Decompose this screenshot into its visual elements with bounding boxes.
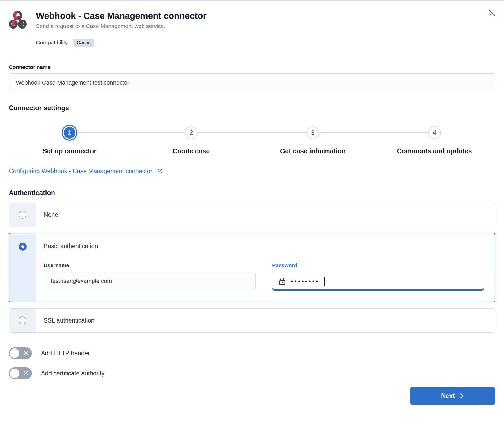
step-1-label: Set up connector [43, 147, 97, 155]
step-get-case-information[interactable]: 3 Get case information [252, 124, 374, 155]
toggle-knob [10, 369, 19, 378]
credentials-row: Username Password •••••••• [44, 263, 484, 291]
password-label: Password [272, 263, 484, 269]
webhook-icon [8, 9, 28, 31]
close-icon[interactable] [486, 7, 498, 19]
connector-name-label: Connector name [9, 64, 495, 70]
step-2-label: Create case [173, 147, 210, 155]
toggle-off-x-icon [23, 371, 29, 376]
password-masked-value: •••••••• [291, 278, 319, 284]
connector-name-input[interactable] [9, 73, 495, 92]
step-2-circle[interactable]: 2 [185, 126, 198, 139]
username-field[interactable] [44, 272, 256, 290]
flyout-footer: Next [9, 387, 495, 408]
step-3-circle[interactable]: 3 [306, 126, 319, 139]
compatibility-label: Compatibility: [36, 39, 69, 46]
step-set-up-connector[interactable]: 1 Set up connector [9, 124, 130, 155]
toggle-off-x-icon [23, 351, 29, 356]
header-divider [0, 54, 504, 54]
radio-none[interactable] [19, 211, 26, 219]
step-3-label: Get case information [280, 147, 346, 155]
step-comments-and-updates[interactable]: 4 Comments and updates [374, 124, 495, 155]
header-text: Webhook - Case Management connector Send… [36, 11, 206, 29]
username-label: Username [44, 263, 256, 269]
certificate-authority-toggle-label: Add certificate authority [41, 370, 104, 377]
step-1-circle[interactable]: 1 [64, 127, 75, 139]
http-header-toggle-row: Add HTTP header [9, 347, 495, 359]
next-button-label: Next [441, 392, 455, 399]
authentication-heading: Authentication [9, 189, 495, 197]
add-http-header-toggle[interactable] [9, 347, 32, 359]
step-4-label: Comments and updates [397, 147, 472, 155]
next-button[interactable]: Next [410, 387, 495, 405]
radio-ssl[interactable] [19, 316, 26, 324]
page-title: Webhook - Case Management connector [36, 11, 206, 21]
auth-ssl-strip [9, 309, 36, 332]
text-cursor [324, 277, 325, 286]
password-field[interactable]: •••••••• [272, 272, 484, 291]
external-link-icon [157, 168, 163, 174]
auth-basic-strip [9, 233, 36, 302]
flyout-header: Webhook - Case Management connector Send… [0, 1, 504, 47]
connector-flyout: Webhook - Case Management connector Send… [0, 1, 504, 432]
lock-icon [279, 277, 286, 286]
step-4-circle[interactable]: 4 [428, 126, 441, 139]
connector-settings-heading: Connector settings [9, 104, 495, 112]
username-column: Username [44, 263, 256, 291]
docs-link-label: Configuring Webhook - Case Management co… [9, 168, 154, 175]
auth-option-basic[interactable]: Basic authentication Username Password [9, 233, 495, 302]
compatibility-badge: Cases [73, 39, 94, 47]
auth-none-strip [9, 203, 36, 227]
docs-link[interactable]: Configuring Webhook - Case Management co… [9, 168, 163, 175]
auth-ssl-label: SSL authentication [44, 317, 94, 324]
step-create-case[interactable]: 2 Create case [130, 124, 252, 155]
radio-basic-selected[interactable] [19, 243, 27, 251]
compatibility-row: Compatibility: Cases [36, 39, 493, 47]
auth-basic-label: Basic authentication [44, 243, 484, 250]
http-header-toggle-label: Add HTTP header [41, 350, 90, 357]
password-column: Password •••••••• [272, 263, 484, 291]
chevron-right-icon [459, 393, 464, 399]
auth-option-none[interactable]: None [9, 203, 495, 227]
certificate-authority-toggle-row: Add certificate authority [9, 367, 495, 379]
toggle-knob [10, 348, 19, 358]
flyout-body: Connector name Connector settings 1 Set … [0, 64, 504, 408]
add-certificate-authority-toggle[interactable] [9, 367, 32, 379]
auth-none-label: None [44, 211, 58, 218]
page-subtitle: Send a request to a Case Management web … [36, 23, 206, 29]
step-indicator: 1 Set up connector 2 Create case 3 Get c… [9, 124, 495, 155]
auth-option-ssl[interactable]: SSL authentication [9, 308, 495, 333]
